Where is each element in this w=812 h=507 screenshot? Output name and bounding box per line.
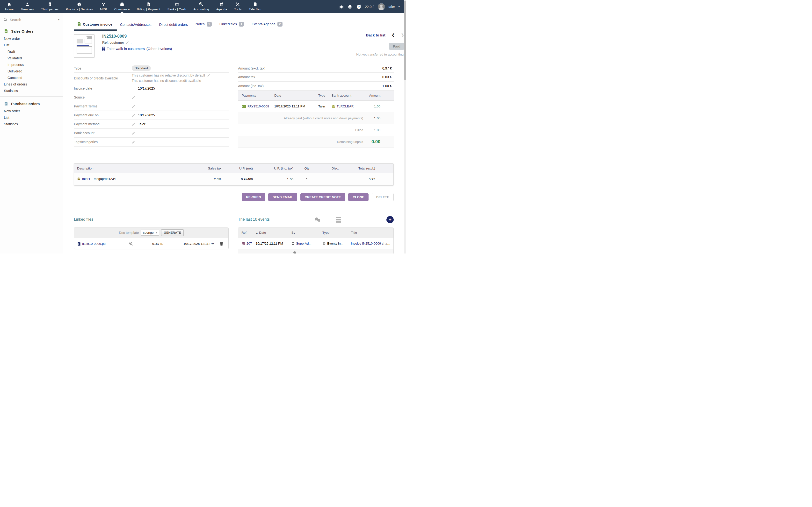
- search-caret-icon[interactable]: ▾: [58, 18, 59, 21]
- send-email-button[interactable]: SEND EMAIL: [268, 193, 297, 201]
- customer-link[interactable]: Taler walk-in customers: [107, 47, 145, 51]
- doc-template-value: sponge: [143, 231, 153, 234]
- nav-tools[interactable]: Tools: [231, 0, 245, 13]
- nav-third-parties[interactable]: Third parties: [38, 0, 62, 13]
- tab-linked-files[interactable]: Linked files 1: [216, 19, 248, 30]
- user-avatar[interactable]: [378, 3, 385, 10]
- nav-billing[interactable]: $ Billing | Payment: [133, 0, 164, 13]
- edit-pencil-icon[interactable]: [132, 96, 135, 99]
- previous-record-chevron-icon[interactable]: ❮: [392, 33, 395, 37]
- sidebar-item-po-list[interactable]: List: [0, 114, 63, 121]
- user-menu-chevron-icon[interactable]: ▾: [398, 5, 400, 8]
- events-toolbar: +: [314, 216, 394, 223]
- event-ref-link[interactable]: 207: [247, 242, 252, 245]
- left-sidebar: ▾ Sales Orders New order List Draft Vali…: [0, 13, 63, 253]
- nav-talerbarr[interactable]: TalerBarr: [245, 0, 265, 13]
- edit-pencil-icon[interactable]: [132, 105, 135, 108]
- sidebar-item-statistics[interactable]: Statistics: [0, 88, 63, 94]
- sidebar-item-list[interactable]: List: [0, 42, 63, 48]
- search-input[interactable]: [10, 18, 48, 22]
- linked-file-link[interactable]: IN2510-0009.pdf: [82, 242, 107, 245]
- sidebar-sales-orders-title[interactable]: Sales Orders: [0, 28, 63, 35]
- sidebar-item-po-statistics[interactable]: Statistics: [0, 121, 63, 127]
- edit-pencil-icon[interactable]: [132, 113, 135, 117]
- sidebar-item-canceled[interactable]: Canceled: [0, 74, 63, 81]
- bank-account-link[interactable]: TLRCLEAR: [337, 105, 354, 108]
- customer-suffix[interactable]: (Other invoices): [146, 47, 172, 51]
- nav-label: Commerce: [114, 7, 130, 11]
- sidebar-item-validated[interactable]: Validated: [0, 55, 63, 61]
- tab-direct-debit-orders[interactable]: Direct debit orders: [156, 20, 192, 30]
- sidebar-item-in-process[interactable]: In process: [0, 61, 63, 68]
- payment-ref-link[interactable]: PAY2510-0008: [248, 105, 269, 108]
- scrollbar-thumb[interactable]: [404, 0, 406, 80]
- nav-agenda[interactable]: Agenda: [212, 0, 231, 13]
- edit-pencil-icon[interactable]: [132, 122, 135, 126]
- edit-pencil-icon[interactable]: [207, 74, 210, 77]
- bug-report-icon[interactable]: [339, 4, 344, 9]
- sum-label: Remaining unpaid: [238, 140, 369, 144]
- tab-notes[interactable]: Notes 1: [192, 19, 216, 30]
- status-badge: Paid: [389, 43, 404, 50]
- sidebar-item-po-new-order[interactable]: New order: [0, 108, 63, 114]
- nav-banks[interactable]: Banks | Cash: [164, 0, 190, 13]
- col-header[interactable]: Title: [351, 231, 394, 234]
- nav-accounting[interactable]: $ Accounting: [190, 0, 212, 13]
- field-row-payment-terms: Payment Terms: [74, 102, 229, 111]
- create-credit-note-button[interactable]: CREATE CREDIT NOTE: [300, 193, 345, 201]
- invoice-pdf-thumbnail[interactable]: [74, 34, 95, 58]
- delete-button[interactable]: DELETE: [372, 193, 394, 201]
- doc-template-select[interactable]: sponge ▾: [141, 230, 159, 236]
- event-author-link[interactable]: SuperAd...: [296, 242, 311, 245]
- ref-customer-line: Ref. customer :: [102, 41, 132, 44]
- bank-icon: [174, 2, 179, 7]
- notes-count-badge: 1: [207, 22, 212, 26]
- col-header[interactable]: By: [292, 231, 322, 234]
- nav-label: MRP: [100, 7, 107, 11]
- nav-members[interactable]: Members: [17, 0, 38, 13]
- sidebar-item-draft[interactable]: Draft: [0, 48, 63, 55]
- next-record-chevron-icon: ❯: [401, 33, 404, 37]
- reopen-button[interactable]: RE-OPEN: [242, 193, 265, 201]
- invoice-ref: IN2510-0009: [102, 34, 126, 39]
- tab-customer-invoice[interactable]: $ Customer invoice: [74, 19, 117, 30]
- add-event-icon[interactable]: +: [387, 216, 394, 223]
- invoice-type-badge: Standard: [132, 65, 151, 71]
- window-scrollbar[interactable]: [404, 0, 406, 253]
- nav-label: Third parties: [41, 7, 58, 11]
- sidebar-item-delivered[interactable]: Delivered: [0, 68, 63, 74]
- tab-contacts-addresses[interactable]: Contacts/Addresses: [117, 20, 156, 30]
- edit-pencil-icon[interactable]: [132, 140, 135, 144]
- product-link[interactable]: taler1: [82, 177, 90, 181]
- sidebar-item-new-order[interactable]: New order: [0, 35, 63, 42]
- edit-pencil-icon[interactable]: [132, 131, 135, 135]
- event-title-link[interactable]: Invoice IN2510-0009 change...: [351, 242, 394, 245]
- sidebar-purchase-orders-title[interactable]: Purchase orders: [0, 101, 63, 108]
- member-icon: [25, 2, 30, 7]
- clone-button[interactable]: CLONE: [348, 193, 368, 201]
- nav-commerce[interactable]: Commerce: [111, 0, 134, 13]
- line-qty: 1: [296, 173, 318, 185]
- col-header-date[interactable]: ▲Date: [256, 231, 292, 234]
- messages-icon[interactable]: [314, 217, 321, 222]
- user-name[interactable]: taler: [388, 5, 395, 9]
- back-to-list-link[interactable]: Back to list: [366, 33, 386, 37]
- field-label: Tags/categories: [74, 140, 132, 144]
- edit-pencil-icon[interactable]: [125, 41, 129, 44]
- list-view-icon[interactable]: [336, 217, 341, 223]
- print-icon[interactable]: [348, 4, 353, 9]
- search-dollar-icon: $: [199, 2, 203, 7]
- tab-events-agenda[interactable]: Events/Agenda 2: [248, 19, 287, 30]
- preview-zoom-icon[interactable]: [125, 242, 137, 246]
- sidebar-item-lines-of-orders[interactable]: Lines of orders: [0, 81, 63, 88]
- col-header[interactable]: Ref.: [238, 231, 256, 234]
- payment-date: 10/17/2025 12:11 PM: [274, 105, 318, 108]
- nav-home[interactable]: Home: [1, 0, 17, 13]
- nav-products[interactable]: Products | Services: [62, 0, 96, 13]
- generate-button[interactable]: GENERATE: [161, 229, 184, 236]
- col-header[interactable]: Type: [322, 231, 351, 234]
- nav-mrp[interactable]: MRP: [96, 0, 111, 13]
- delete-file-trash-icon[interactable]: [214, 242, 229, 246]
- doc-template-label: Doc template: [119, 231, 139, 235]
- help-icon[interactable]: ?: [356, 4, 361, 9]
